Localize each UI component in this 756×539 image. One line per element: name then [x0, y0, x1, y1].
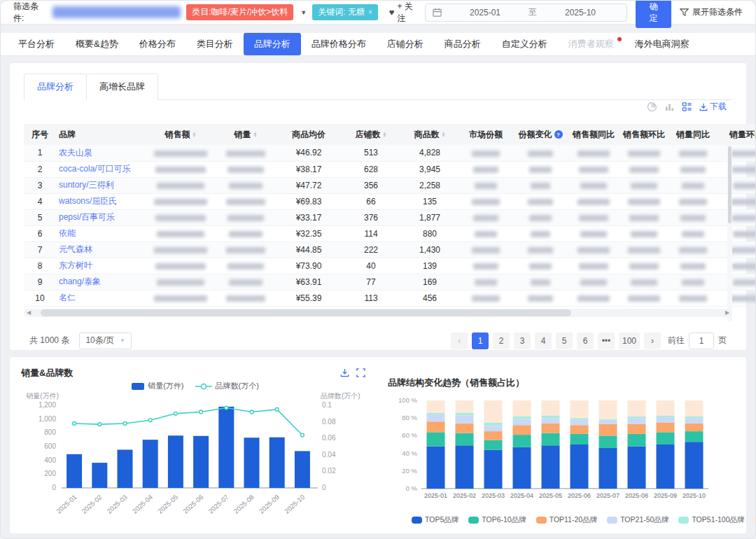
help-icon[interactable]: ?: [554, 130, 563, 139]
subtab-高增长品牌[interactable]: 高增长品牌: [87, 74, 158, 100]
nav-tab-品牌价格分布[interactable]: 品牌价格分布: [301, 33, 377, 55]
redacted-value: [682, 183, 704, 189]
brand-link[interactable]: pepsi/百事可乐: [59, 212, 115, 222]
sort-icon[interactable]: ▲▼: [253, 132, 258, 137]
redacted-value: [732, 167, 756, 173]
nav-tab-店铺分析[interactable]: 店铺分析: [377, 33, 434, 55]
col-header-份额变化: 份额变化?: [512, 124, 568, 145]
nav-tab-平台分析[interactable]: 平台分析: [8, 33, 65, 55]
redacted-value: [631, 279, 657, 286]
keyword-tag[interactable]: 关键词: 无糖 ×: [312, 4, 378, 20]
brand-link[interactable]: coca-cola/可口可乐: [59, 164, 131, 174]
redacted-value: [154, 247, 207, 253]
redacted-value: [578, 199, 610, 205]
legend-item-品牌数(万个)[interactable]: 品牌数(万个): [195, 381, 259, 391]
nav-tab-类目分析[interactable]: 类目分析: [186, 33, 244, 55]
page-size-select[interactable]: 10条/页 ▼: [79, 332, 132, 349]
download-icon[interactable]: [340, 368, 351, 379]
scrollbar-thumb[interactable]: [41, 309, 571, 316]
page-button-4[interactable]: 4: [535, 332, 552, 349]
more-pages-button[interactable]: •••: [598, 332, 615, 349]
filter-bar: 筛选条件: 类目:咖啡/麦片/冲饮>饮料 ▼ 关键词: 无糖 × ♥ + 关注 …: [1, 1, 755, 24]
svg-text:2025-01: 2025-01: [424, 492, 447, 499]
download-button[interactable]: 下载: [699, 101, 727, 113]
nav-tab-自定义分析[interactable]: 自定义分析: [491, 33, 558, 55]
fullscreen-icon[interactable]: [356, 368, 367, 379]
redacted-value: [629, 263, 659, 270]
svg-text:2025-07: 2025-07: [596, 492, 620, 499]
svg-text:2025-10: 2025-10: [682, 492, 706, 499]
filter-label: 筛选条件:: [13, 1, 47, 24]
svg-text:2025-08: 2025-08: [232, 493, 255, 515]
nav-tab-概要&趋势[interactable]: 概要&趋势: [65, 33, 129, 55]
nav-tab-消费者观察[interactable]: 消费者观察: [558, 33, 624, 55]
legend-item-TOP6-10品牌[interactable]: TOP6-10品牌: [468, 515, 526, 525]
scroll-left-icon[interactable]: ◀: [24, 309, 34, 316]
category-tag[interactable]: 类目:咖啡/麦片/冲饮>饮料: [186, 4, 293, 20]
page-button-3[interactable]: 3: [514, 332, 531, 349]
brand-link[interactable]: 名仁: [59, 293, 76, 302]
col-header-商品数[interactable]: 商品数▲▼: [400, 124, 459, 145]
col-header-店铺数[interactable]: 店铺数▲▼: [342, 124, 400, 145]
right-chart-legend: TOP5品牌TOP6-10品牌TOP11-20品牌TOP21-50品牌TOP51…: [412, 515, 756, 525]
nav-tab-海外电商洞察[interactable]: 海外电商洞察: [624, 33, 700, 55]
page-button-5[interactable]: 5: [556, 332, 573, 349]
brand-link[interactable]: suntory/三得利: [59, 180, 114, 190]
close-icon[interactable]: ×: [368, 8, 372, 16]
prev-page-button[interactable]: ‹: [451, 332, 468, 349]
date-range-picker[interactable]: 2025-01 至 2025-10: [425, 4, 627, 22]
scroll-right-icon[interactable]: ▶: [722, 309, 732, 316]
brand-link[interactable]: 东方树叶: [59, 260, 92, 270]
brand-link[interactable]: watsons/屈臣氏: [59, 196, 117, 206]
calendar-icon: [433, 8, 442, 17]
sort-icon[interactable]: ▲▼: [383, 132, 387, 137]
chevron-down-icon[interactable]: ▼: [300, 9, 307, 16]
legend-swatch: [132, 383, 144, 390]
legend-swatch: [536, 517, 547, 524]
date-end[interactable]: 2025-10: [541, 8, 620, 18]
pie-chart-icon[interactable]: [647, 102, 657, 112]
legend-item-销量(万件)[interactable]: 销量(万件): [132, 381, 183, 391]
legend-item-TOP21-50品牌[interactable]: TOP21-50品牌: [607, 515, 668, 525]
date-start[interactable]: 2025-01: [446, 8, 524, 18]
follow-button[interactable]: ♥ + 关注: [389, 1, 419, 24]
sort-icon[interactable]: ▲▼: [192, 132, 197, 137]
confirm-button[interactable]: 确定: [636, 0, 671, 28]
nav-tab-价格分布[interactable]: 价格分布: [129, 33, 186, 55]
expand-filters-button[interactable]: 展开筛选条件: [680, 6, 743, 18]
legend-label: TOP11-20品牌: [550, 515, 597, 525]
app-window: 筛选条件: 类目:咖啡/麦片/冲饮>饮料 ▼ 关键词: 无糖 × ♥ + 关注 …: [0, 0, 756, 539]
horizontal-scrollbar[interactable]: ◀ ▶: [24, 309, 732, 317]
legend-item-TOP5品牌[interactable]: TOP5品牌: [412, 515, 458, 525]
brand-link[interactable]: 元气森林: [59, 244, 92, 254]
goto-page-input[interactable]: [689, 332, 714, 349]
vertical-scrollbar[interactable]: [727, 145, 732, 321]
bar-chart-icon[interactable]: [664, 102, 675, 112]
nav-tab-商品分析[interactable]: 商品分析: [434, 33, 491, 55]
table-view-icon[interactable]: [682, 102, 692, 112]
next-page-button[interactable]: ›: [644, 332, 661, 349]
expand-filters-label: 展开筛选条件: [692, 6, 743, 18]
col-header-商品均价: 商品均价: [276, 124, 342, 145]
col-label: 品牌: [59, 129, 76, 141]
svg-text:0 %: 0 %: [406, 484, 418, 492]
brand-link[interactable]: 依能: [59, 228, 76, 238]
legend-item-TOP51-100品牌[interactable]: TOP51-100品牌: [678, 515, 744, 525]
redacted-value: [226, 295, 265, 302]
page-button-1[interactable]: 1: [472, 332, 489, 349]
total-count: 共 1000 条: [29, 335, 69, 346]
sort-icon[interactable]: ▲▼: [442, 132, 446, 137]
main-nav: 平台分析概要&趋势价格分布类目分析品牌分析品牌价格分布店铺分析商品分析自定义分析…: [1, 33, 755, 56]
brand-link[interactable]: chang/泰象: [59, 276, 101, 286]
col-header-销售额[interactable]: 销售额▲▼: [146, 124, 216, 145]
nav-tab-品牌分析[interactable]: 品牌分析: [244, 33, 301, 55]
page-button-100[interactable]: 100: [619, 332, 640, 349]
table-row: 3suntory/三得利¥47.723562,258: [24, 177, 756, 193]
sales-brand-chart: 销量&品牌数 销量(万件)品牌数(万个) 销量(万件)品牌数(万个)020040…: [21, 367, 370, 528]
brand-link[interactable]: 农夫山泉: [59, 148, 92, 158]
subtab-品牌分析[interactable]: 品牌分析: [24, 74, 87, 100]
page-button-6[interactable]: 6: [577, 332, 594, 349]
page-button-2[interactable]: 2: [493, 332, 510, 349]
legend-item-TOP11-20品牌[interactable]: TOP11-20品牌: [536, 515, 597, 525]
col-header-销量[interactable]: 销量▲▼: [216, 124, 276, 145]
